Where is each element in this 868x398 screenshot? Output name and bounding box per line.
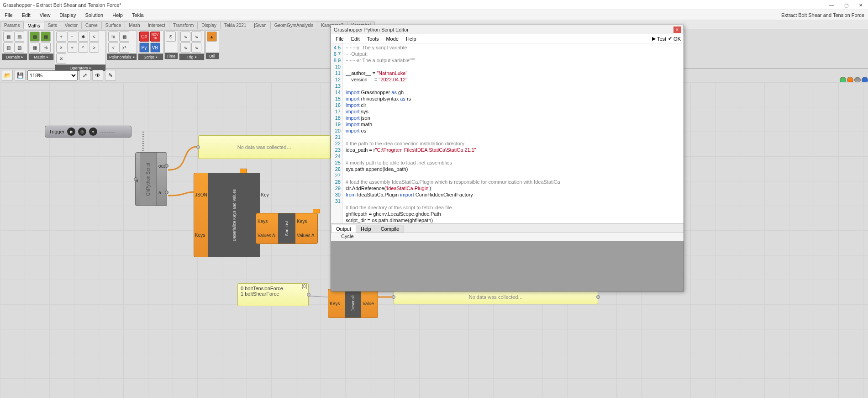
menu-solution[interactable]: Solution	[80, 10, 108, 20]
script-editor-window[interactable]: Grasshopper Python Script Editor ✕ File …	[331, 25, 684, 292]
preview-icon[interactable]: 👁	[92, 70, 103, 81]
close-icon[interactable]: ✕	[673, 27, 681, 33]
editor-menu-help[interactable]: Help	[402, 36, 420, 42]
python-icon[interactable]: Py	[139, 42, 149, 53]
sketch-icon[interactable]: ✎	[105, 70, 116, 81]
port-keys-out[interactable]: Keys	[297, 219, 316, 224]
panel-port[interactable]	[307, 293, 310, 297]
save-icon[interactable]: 💾	[15, 70, 26, 81]
port-a[interactable]: a	[157, 189, 167, 196]
matrix-icon[interactable]: ▦	[30, 42, 40, 53]
test-button[interactable]: ▶Test	[652, 36, 666, 42]
deserialize-node-2[interactable]: Keys Deseriali Value	[328, 289, 378, 318]
op-close-icon[interactable]: ✕	[56, 53, 66, 64]
zoom-extents-icon[interactable]: ⤢	[79, 70, 90, 81]
trig-icon[interactable]: ∿	[191, 42, 201, 53]
matrix-icon[interactable]: ▦	[41, 32, 51, 42]
panel-port[interactable]	[596, 295, 600, 299]
menu-tekla[interactable]: Tekla	[127, 10, 148, 20]
panel-output-2[interactable]: No data was collected…	[394, 290, 598, 304]
panel-keys[interactable]: {0} 0 boltTensionForce 1 boltShearForce	[237, 283, 309, 306]
tab-help[interactable]: Help	[356, 225, 376, 233]
tab-surface[interactable]: Surface	[101, 21, 125, 29]
domain-icon[interactable]: ▧	[14, 42, 24, 53]
editor-menu-file[interactable]: File	[332, 36, 347, 42]
tab-geomgym[interactable]: GeomGymAnalysis	[270, 21, 318, 29]
tab-transform[interactable]: Transform	[169, 21, 198, 29]
tab-mesh[interactable]: Mesh	[125, 21, 144, 29]
editor-menu-edit[interactable]: Edit	[347, 36, 363, 42]
menu-display[interactable]: Display	[55, 10, 80, 20]
tab-maths[interactable]: Maths	[23, 22, 44, 29]
tab-compile[interactable]: Compile	[376, 225, 404, 233]
tab-sets[interactable]: Sets	[44, 21, 61, 29]
deserialize-node[interactable]: JSON Keys Deserialize Keys and Values Ke…	[194, 173, 245, 257]
tab-params[interactable]: Params	[0, 21, 24, 29]
editor-menu-mode[interactable]: Mode	[382, 36, 402, 42]
port-value[interactable]: Value	[363, 301, 376, 306]
open-icon[interactable]: 📂	[2, 70, 13, 81]
trig-icon[interactable]: ∿	[180, 42, 190, 53]
tab-intersect[interactable]: Intersect	[144, 21, 169, 29]
port-key[interactable]: Key	[261, 192, 273, 197]
op-less-icon[interactable]: <	[89, 32, 99, 42]
poly-icon[interactable]: ▦	[119, 32, 129, 42]
vb-icon[interactable]: VB	[150, 42, 160, 53]
tab-vector[interactable]: Vector	[61, 21, 82, 29]
output-grid[interactable]	[331, 241, 684, 291]
op-pow-icon[interactable]: ^	[78, 42, 88, 53]
port-keys[interactable]: Keys	[195, 233, 207, 238]
port-keys[interactable]: Keys	[330, 301, 343, 306]
menu-help[interactable]: Help	[108, 10, 127, 20]
zoom-select[interactable]: 118%	[27, 70, 78, 80]
sort-list-node[interactable]: Keys Values A Sort List Keys Values A	[256, 213, 318, 244]
target-icon[interactable]: ◎	[78, 127, 86, 136]
op-set-icon[interactable]: ✱	[78, 32, 88, 42]
fx-icon[interactable]: fx	[108, 32, 118, 42]
x2-icon[interactable]: x²	[119, 42, 129, 53]
maximize-button[interactable]: ▢	[839, 0, 853, 10]
op-plus-icon[interactable]: +	[56, 32, 66, 42]
op-times-icon[interactable]: ×	[56, 42, 66, 53]
port-keys-in[interactable]: Keys	[258, 219, 277, 224]
code-editor[interactable]: 4 5 6 7 8 9 10 11 12 13 14 15 16 17 18 1…	[331, 43, 684, 223]
sqrt-icon[interactable]: √	[108, 42, 118, 53]
tab-output[interactable]: Output	[331, 225, 356, 233]
ghpython-node[interactable]: GhPython Script out a	[135, 152, 167, 206]
ok-button[interactable]: ✔OK	[668, 36, 681, 42]
menu-view[interactable]: View	[35, 10, 55, 20]
util-icon[interactable]: ▲	[207, 32, 217, 42]
tab-tekla2021[interactable]: Tekla 2021	[220, 21, 250, 29]
port-values-in[interactable]: Values A	[258, 233, 277, 238]
matrix-icon[interactable]: ▦	[30, 32, 40, 42]
trigger-input[interactable]	[100, 129, 127, 134]
trig-icon[interactable]: ∿	[191, 32, 201, 42]
port-json[interactable]: JSON	[195, 192, 207, 197]
matrix-icon[interactable]: %	[41, 42, 51, 53]
csharp-icon[interactable]: C#	[139, 32, 149, 42]
domain-icon[interactable]: ▦	[3, 32, 13, 42]
op-div-icon[interactable]: ÷	[67, 42, 77, 53]
tab-curve[interactable]: Curve	[81, 21, 102, 29]
editor-menu-tools[interactable]: Tools	[363, 36, 383, 42]
port-out[interactable]: out	[157, 163, 167, 170]
date-icon[interactable]: NOV16	[150, 32, 160, 42]
menu-file[interactable]: File	[0, 10, 17, 20]
trigger-node[interactable]: Trigger ▶ ◎ ●	[45, 126, 132, 138]
tab-display[interactable]: Display	[197, 21, 221, 29]
panel-port[interactable]	[392, 295, 395, 299]
editor-titlebar[interactable]: Grasshopper Python Script Editor ✕	[331, 25, 684, 34]
panel-output-1[interactable]: No data was collected…	[198, 135, 331, 159]
op-minus-icon[interactable]: −	[67, 32, 77, 42]
clock-icon[interactable]: ⏱	[166, 32, 176, 42]
menu-edit[interactable]: Edit	[17, 10, 35, 20]
domain-icon[interactable]: ▥	[3, 42, 13, 53]
op-greater-icon[interactable]: >	[89, 42, 99, 53]
close-button[interactable]: ✕	[853, 0, 868, 10]
domain-icon[interactable]: ▤	[14, 32, 24, 42]
trig-icon[interactable]: ∿	[180, 32, 190, 42]
tab-jswan[interactable]: jSwan	[250, 21, 270, 29]
minimize-button[interactable]: ―	[824, 0, 839, 10]
play-icon[interactable]: ▶	[67, 127, 75, 136]
record-icon[interactable]: ●	[89, 127, 97, 136]
